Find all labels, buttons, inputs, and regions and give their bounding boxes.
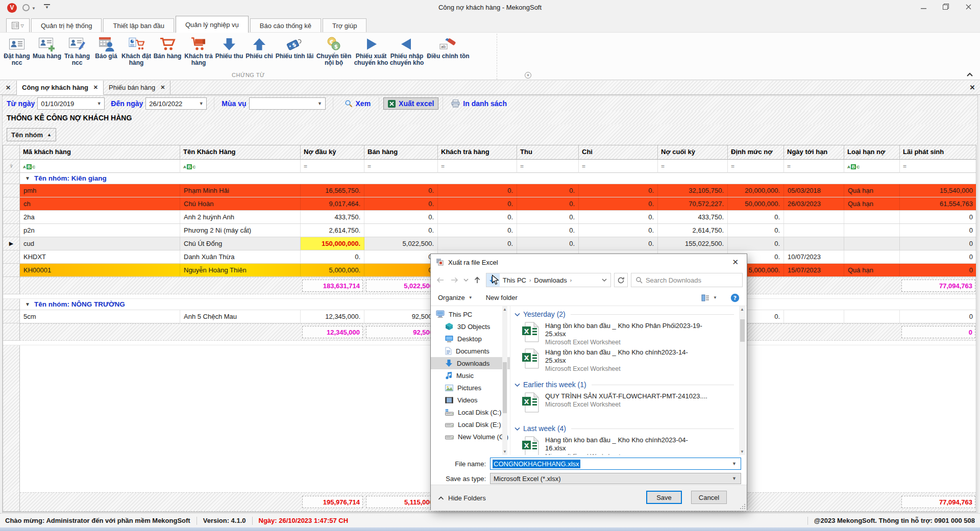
ribbon-button-phieu-chi[interactable]: Phiếu chi: [244, 35, 275, 60]
filter-cell-ban_hang[interactable]: =: [364, 160, 438, 173]
ribbon-tab-tro-giup[interactable]: Trợ giúp: [323, 18, 367, 33]
scrollbar-thumb[interactable]: [503, 362, 507, 413]
ribbon-button-ban-hang[interactable]: Bán hàng: [152, 35, 183, 60]
sidebar-item-3d-objects[interactable]: 3D Objects: [431, 320, 510, 333]
chevron-down-icon[interactable]: ▼: [732, 476, 737, 481]
scroll-up-icon[interactable]: ▲: [739, 307, 745, 312]
sidebar-item-desktop[interactable]: Desktop: [431, 333, 510, 345]
doc-tab-cong-no-khach-hang[interactable]: Công nợ khách hàng✕: [17, 81, 104, 95]
breadcrumb-downloads[interactable]: Downloads: [531, 276, 570, 284]
ribbon-button-bao-gia[interactable]: Báo giá: [92, 35, 120, 60]
filter-cell-no_dau_ky[interactable]: =: [301, 160, 364, 173]
chevron-down-icon[interactable]: [514, 312, 520, 317]
file-group-yesterday-2[interactable]: Yesterday (2): [514, 310, 734, 318]
season-dropdown-icon[interactable]: ▼: [316, 99, 324, 108]
address-dropdown-icon[interactable]: [598, 278, 610, 282]
ribbon-button-phieu-xuat-chuyen-kho[interactable]: Phiếu xuất chuyển kho: [353, 35, 389, 66]
sidebar-item-videos[interactable]: Videos: [431, 394, 510, 406]
filter-cell-chi[interactable]: =: [579, 160, 658, 173]
up-icon[interactable]: [472, 274, 482, 286]
sidebar-item-local-disk-e[interactable]: Local Disk (E:): [431, 418, 510, 431]
table-row-2ha[interactable]: 2haAnh 2 huỳnh Anh433,750.0.0.0.0.433,75…: [3, 211, 976, 224]
file-item[interactable]: XHàng tồn kho ban đầu _ Kho Kho Phân Phố…: [514, 320, 734, 347]
scrollbar-thumb[interactable]: [740, 319, 745, 342]
table-row-ch[interactable]: chChú Hoàn9,017,464.0.0.0.0.70,572,227.5…: [3, 197, 976, 211]
from-date-input[interactable]: 01/10/2019 ▼: [37, 97, 105, 110]
close-all-tabs-button[interactable]: ✕: [0, 81, 17, 94]
organize-button[interactable]: Organize ▼: [438, 294, 473, 301]
table-row-pmh[interactable]: pmhPhạm Minh Hải16,565,750.0.0.0.0.32,10…: [3, 184, 976, 197]
filter-cell-ngay_toi_han[interactable]: =: [784, 160, 844, 173]
ribbon-tab-bao-cao-thong-ke[interactable]: Báo cáo thống kê: [250, 18, 321, 33]
filter-cell-thu[interactable]: =: [517, 160, 579, 173]
file-item[interactable]: XQUY TRÌNH SẢN XUẤT-FLOWCHART-PMT-241023…: [514, 391, 734, 417]
refresh-icon[interactable]: [614, 273, 628, 287]
table-row-p2n[interactable]: p2nPhương 2 Ni (máy cắt)2,614,750.0.0.0.…: [3, 224, 976, 237]
filter-cell-no_cuoi_ky[interactable]: =: [658, 160, 728, 173]
sidebar-item-this-pc[interactable]: This PC: [431, 308, 510, 320]
filter-cell-dinh_muc_no[interactable]: =: [728, 160, 784, 173]
save-type-select[interactable]: Microsoft Excel (*.xlsx) ▼: [490, 473, 741, 484]
recent-locations-icon[interactable]: [463, 274, 469, 286]
sidebar-item-local-disk-c[interactable]: Local Disk (C:): [431, 406, 510, 418]
view-button[interactable]: Xem: [340, 98, 375, 109]
dialog-close-icon[interactable]: ✕: [729, 258, 742, 267]
column-header-lai_phat_sinh[interactable]: Lãi phát sinh: [900, 145, 976, 160]
collapse-icon[interactable]: ▼: [25, 301, 30, 307]
column-header-ma[interactable]: Mã khách hàng: [20, 145, 180, 160]
file-list-scrollbar[interactable]: ▲ ▼: [739, 306, 745, 455]
customize-toolbar-icon[interactable]: ▼: [44, 4, 50, 10]
search-box[interactable]: [631, 273, 743, 287]
address-bar[interactable]: This PC › Downloads ›: [486, 273, 611, 287]
season-select[interactable]: ▼: [249, 97, 326, 110]
column-header-chi[interactable]: Chi: [579, 145, 658, 160]
chevron-down-icon[interactable]: ▼: [732, 461, 737, 466]
from-date-dropdown-icon[interactable]: ▼: [95, 99, 103, 108]
tab-bar-close-icon[interactable]: ✕: [965, 81, 980, 94]
save-button[interactable]: Save: [646, 491, 682, 504]
tab-close-icon[interactable]: ✕: [93, 84, 98, 91]
column-header-ngay_toi_han[interactable]: Ngày tới hạn: [784, 145, 844, 160]
cancel-button[interactable]: Cancel: [691, 491, 727, 504]
file-item[interactable]: XHàng tồn kho ban đầu _ Kho Kho chính202…: [514, 435, 734, 455]
column-header-khach_tra_hang[interactable]: Khách trả hàng: [438, 145, 517, 160]
file-name-input[interactable]: CONGNOKHACHHANG.xlsx ▼: [490, 458, 741, 470]
column-header-no_dau_ky[interactable]: Nợ đầu kỳ: [301, 145, 364, 160]
ribbon-tab-quan-ly-nghiep-vu[interactable]: Quản lý nghiệp vụ: [176, 16, 249, 33]
forward-icon[interactable]: [449, 274, 459, 286]
scroll-up-icon[interactable]: ▲: [502, 307, 507, 312]
ribbon-button-khach-tra-hang[interactable]: Khách trả hàng: [183, 35, 214, 66]
column-header-thu[interactable]: Thu: [517, 145, 579, 160]
sidebar-item-pictures[interactable]: Pictures: [431, 382, 510, 394]
sidebar-item-downloads[interactable]: Downloads: [431, 357, 510, 369]
tab-close-icon[interactable]: ✕: [160, 84, 165, 91]
group-row-ten-nhom-kien-giang[interactable]: ▼Tên nhóm: Kiên giang: [3, 173, 976, 184]
ribbon-button-dieu-chinh-ton[interactable]: abĐiều chỉnh tồn: [425, 35, 472, 60]
quick-access-dropdown-icon[interactable]: ▼: [32, 6, 36, 11]
filter-cell-khach_tra_hang[interactable]: =: [438, 160, 517, 173]
column-header-loai_han_no[interactable]: Loại hạn nợ: [844, 145, 900, 160]
ribbon-button-khach-dat-hang[interactable]: Khách đặt hàng: [120, 35, 152, 66]
ribbon-button-phieu-nhap-chuyen-kho[interactable]: Phiếu nhập chuyển kho: [389, 35, 425, 66]
to-date-input[interactable]: 26/10/2022 ▼: [145, 97, 207, 110]
to-date-dropdown-icon[interactable]: ▼: [197, 99, 205, 108]
filter-cell-ma[interactable]: ABC: [20, 160, 180, 173]
ribbon-button-mua-hang[interactable]: Mua hàng: [32, 35, 62, 60]
ribbon-button-chuyen-tien-noi-bo[interactable]: €$Chuyển tiền nội bộ: [314, 35, 353, 66]
search-input[interactable]: [646, 276, 732, 284]
breadcrumb-this-pc[interactable]: This PC: [500, 276, 529, 284]
ribbon-collapse-icon[interactable]: [966, 71, 973, 79]
app-logo-icon[interactable]: V: [7, 3, 17, 13]
filter-cell-lai_phat_sinh[interactable]: =: [900, 160, 976, 173]
file-group-last-week-4[interactable]: Last week (4): [514, 424, 734, 433]
close-button[interactable]: [964, 2, 973, 11]
doc-tab-phieu-ban-hang[interactable]: Phiếu bán hàng✕: [104, 81, 170, 94]
ribbon-group-popup-icon[interactable]: ▾: [525, 72, 531, 79]
column-header-dinh_muc_no[interactable]: Định mức nợ: [728, 145, 784, 160]
minimize-button[interactable]: [919, 2, 928, 11]
resize-grip[interactable]: [740, 503, 746, 510]
filter-cell-ten[interactable]: ABC: [180, 160, 301, 173]
new-folder-button[interactable]: New folder: [486, 294, 518, 301]
ribbon-button-dat-hang-ncc[interactable]: Đặt hàng ncc: [2, 35, 32, 66]
sidebar-scrollbar[interactable]: ▲ ▼: [502, 306, 507, 455]
